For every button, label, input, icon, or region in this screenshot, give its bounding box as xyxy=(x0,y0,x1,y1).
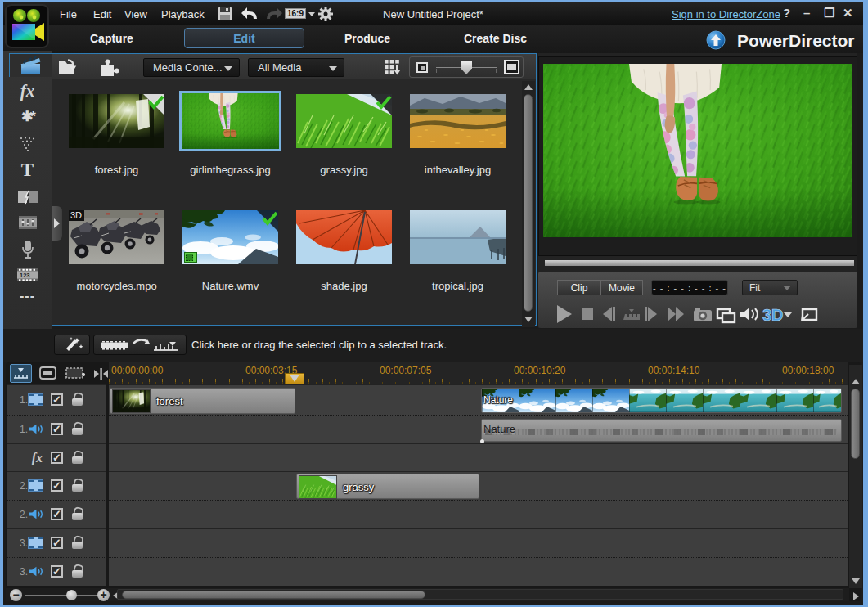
svg-text:3D: 3D xyxy=(762,306,784,324)
svg-text:123: 123 xyxy=(20,272,30,279)
